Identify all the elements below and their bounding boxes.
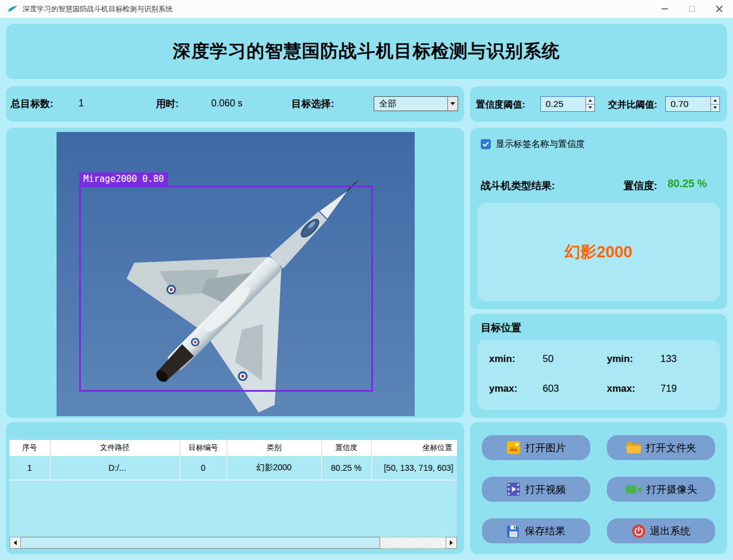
spin-up-button[interactable] — [586, 97, 594, 104]
xmax-label: xmax: — [607, 383, 635, 394]
scroll-left-button[interactable] — [10, 537, 21, 549]
image-panel: Mirage2000 0.80 — [6, 128, 464, 418]
open-folder-button[interactable]: 打开文件夹 — [607, 435, 715, 460]
header-file-path: 文件路径 — [50, 440, 180, 456]
target-position-title: 目标位置 — [481, 321, 521, 335]
folder-icon — [626, 442, 641, 454]
header-target-id: 目标编号 — [180, 440, 227, 456]
ymin-value: 133 — [660, 353, 677, 364]
app-window: 深度学习的智慧国防战斗机目标检测与识别系统 深度学习的智慧国防战斗机目标检测与识… — [0, 0, 733, 560]
cell-confidence: 80.25 % — [321, 456, 371, 480]
target-select-label: 目标选择: — [292, 97, 334, 111]
power-icon — [632, 524, 646, 538]
maximize-icon — [689, 6, 695, 12]
actions-panel: 打开图片 打开文件夹 打开视频 打开摄像头 — [470, 422, 727, 554]
header-confidence: 置信度 — [321, 440, 371, 456]
confidence-value: 80.25 % — [668, 178, 707, 190]
elapsed-time-value: 0.060 s — [211, 98, 242, 109]
header-class: 类别 — [227, 440, 321, 456]
scrollbar-thumb[interactable] — [21, 537, 380, 549]
scrollbar-track[interactable] — [380, 537, 446, 549]
result-box: 幻影2000 — [477, 203, 720, 301]
window-title: 深度学习的智慧国防战斗机目标检测与识别系统 — [23, 4, 173, 14]
banner: 深度学习的智慧国防战斗机目标检测与识别系统 — [6, 24, 727, 79]
iou-threshold-input[interactable]: 0.70 — [665, 96, 720, 112]
app-logo-icon — [7, 5, 18, 12]
result-panel: 显示标签名称与置信度 战斗机类型结果: 置信度: 80.25 % 幻影2000 — [470, 128, 727, 309]
chevron-down-icon[interactable] — [447, 97, 458, 111]
table-row[interactable]: 1 D:/... 0 幻影2000 80.25 % [50, 133, 719,… — [10, 456, 457, 480]
spin-down-button[interactable] — [711, 104, 719, 112]
total-targets-value: 1 — [79, 98, 84, 109]
xmin-label: xmin: — [489, 353, 515, 364]
close-button[interactable] — [706, 0, 733, 18]
header-coordinates: 坐标位置 — [371, 440, 457, 456]
show-labels-checkbox-label: 显示标签名称与置信度 — [496, 139, 585, 150]
stats-panel: 总目标数: 1 用时: 0.060 s 目标选择: 全部 — [6, 86, 464, 122]
spin-up-button[interactable] — [711, 97, 719, 104]
camera-icon — [625, 484, 642, 495]
open-image-button[interactable]: 打开图片 — [482, 435, 590, 460]
main-content: 深度学习的智慧国防战斗机目标检测与识别系统 总目标数: 1 用时: 0.060 … — [0, 18, 733, 560]
threshold-panel: 置信度阈值: 0.25 交并比阈值: 0.70 — [470, 86, 727, 122]
ymax-value: 603 — [543, 383, 559, 394]
iou-threshold-value[interactable]: 0.70 — [666, 97, 710, 111]
fighter-type-result-label: 战斗机类型结果: — [481, 179, 555, 193]
save-icon — [507, 524, 520, 537]
elapsed-time-label: 用时: — [156, 97, 179, 111]
close-icon — [715, 5, 723, 13]
save-results-button[interactable]: 保存结果 — [482, 518, 590, 543]
cell-class: 幻影2000 — [227, 456, 321, 480]
arrow-right-icon — [450, 540, 453, 545]
result-class-name: 幻影2000 — [565, 241, 632, 263]
confidence-label: 置信度: — [624, 179, 657, 193]
spin-down-button[interactable] — [586, 104, 594, 112]
ymin-label: ymin: — [607, 353, 633, 364]
maximize-button[interactable] — [678, 0, 706, 18]
confidence-threshold-value[interactable]: 0.25 — [541, 97, 585, 111]
ymax-label: ymax: — [489, 383, 518, 394]
open-camera-button[interactable]: 打开摄像头 — [607, 477, 715, 502]
bounding-box-label: Mirage2000 0.80 — [79, 172, 168, 186]
total-targets-label: 总目标数: — [11, 97, 54, 111]
image-icon — [506, 441, 521, 455]
target-select-dropdown[interactable]: 全部 — [374, 96, 458, 111]
cell-target-id: 0 — [180, 456, 227, 480]
checkbox-checked-icon[interactable] — [481, 139, 491, 149]
target-position-box: xmin: 50 ymin: 133 ymax: 603 xmax: 719 — [477, 340, 720, 410]
show-labels-checkbox-row[interactable]: 显示标签名称与置信度 — [481, 139, 585, 150]
video-icon — [506, 482, 521, 496]
xmin-value: 50 — [543, 353, 553, 364]
header-index: 序号 — [10, 440, 50, 456]
open-video-button[interactable]: 打开视频 — [482, 477, 590, 502]
detection-bounding-box: Mirage2000 0.80 — [79, 185, 373, 392]
table-header-row: 序号 文件路径 目标编号 类别 置信度 坐标位置 — [10, 440, 457, 456]
minimize-button[interactable] — [651, 0, 678, 18]
confidence-threshold-label: 置信度阈值: — [476, 99, 525, 111]
horizontal-scrollbar[interactable] — [10, 537, 457, 549]
arrow-left-icon — [14, 540, 17, 545]
exit-system-button[interactable]: 退出系统 — [607, 518, 715, 543]
detection-image: Mirage2000 0.80 — [57, 132, 415, 416]
scroll-right-button[interactable] — [446, 537, 457, 549]
results-table-panel: 序号 文件路径 目标编号 类别 置信度 坐标位置 1 D:/... 0 幻影20… — [6, 422, 464, 554]
page-title: 深度学习的智慧国防战斗机目标检测与识别系统 — [173, 39, 560, 64]
target-position-panel: 目标位置 xmin: 50 ymin: 133 ymax: 603 xmax: … — [470, 314, 727, 418]
xmax-value: 719 — [660, 383, 677, 394]
target-select-value: 全部 — [374, 98, 447, 109]
confidence-threshold-input[interactable]: 0.25 — [540, 96, 595, 112]
titlebar: 深度学习的智慧国防战斗机目标检测与识别系统 — [0, 0, 733, 18]
cell-file-path: D:/... — [50, 456, 180, 480]
cell-coordinates: [50, 133, 719, 603] — [371, 456, 457, 480]
iou-threshold-label: 交并比阈值: — [608, 99, 657, 111]
minimize-icon — [662, 8, 668, 10]
cell-index: 1 — [10, 456, 50, 480]
results-table: 序号 文件路径 目标编号 类别 置信度 坐标位置 1 D:/... 0 幻影20… — [10, 440, 457, 480]
